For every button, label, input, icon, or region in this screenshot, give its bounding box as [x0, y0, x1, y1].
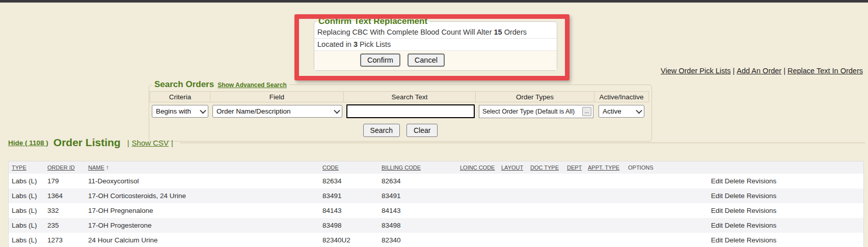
column-header-id[interactable]: ORDER ID [44, 164, 85, 171]
column-header-billing[interactable]: BILLING CODE [378, 164, 457, 171]
legend-divider-line [180, 143, 865, 143]
cell-billing: 83491 [378, 192, 457, 200]
table-row: Labs (L)33217-OH Pregnenalone8414384143E… [9, 203, 863, 218]
listing-body: Labs (L)17911-Deoxycortisol8263482634Edi… [9, 174, 863, 247]
cell-id: 332 [44, 207, 85, 214]
order-listing-table: TYPEORDER IDNAME↑CODEBILLING CODELOINC C… [8, 161, 864, 247]
cell-options[interactable]: Edit Delete Revisions [624, 236, 863, 244]
search-orders-panel: Search OrdersShow Advanced Search Criter… [149, 79, 652, 142]
column-header-dept[interactable]: DEPT [564, 164, 585, 171]
separator: | [171, 139, 173, 147]
column-header-code[interactable]: CODE [319, 164, 378, 171]
search-text-input[interactable] [346, 104, 475, 118]
active-inactive-header: Active/Inactive [594, 91, 649, 102]
hide-count-link[interactable]: Hide ( 1108 ) [8, 139, 48, 147]
table-row: Labs (L)23517-OH Progesterone8349883498E… [9, 218, 863, 233]
cell-name: 11-Deoxycortisol [85, 177, 319, 185]
active-inactive-select[interactable]: Active [599, 105, 644, 118]
cell-options[interactable]: Edit Delete Revisions [624, 222, 863, 229]
cell-billing: 82340 [378, 236, 457, 244]
chevron-down-icon [200, 107, 206, 114]
field-select[interactable]: Order Name/Description [212, 105, 342, 118]
cell-id: 1364 [44, 192, 85, 200]
search-controls-row: Begins with Order Name/Description Selec… [150, 102, 651, 121]
show-advanced-search-link[interactable]: Show Advanced Search [218, 81, 287, 89]
order-type-browse-button[interactable]: ... [582, 107, 591, 116]
column-header-options: OPTIONS [624, 164, 863, 171]
cell-name: 17-OH Pregnenalone [85, 207, 319, 214]
cell-id: 179 [44, 177, 85, 185]
cell-billing: 83498 [378, 222, 457, 229]
order-type-selector[interactable]: Select Order Type (Default is All) ... [479, 105, 593, 118]
top-dark-bar [0, 0, 868, 3]
column-header-name[interactable]: NAME↑ [85, 164, 319, 171]
criteria-select[interactable]: Begins with [152, 105, 208, 118]
link-separator: | [783, 67, 785, 75]
cell-options[interactable]: Edit Delete Revisions [624, 207, 863, 214]
column-header-appt[interactable]: APPT. TYPE [585, 164, 624, 171]
order-count: 15 [494, 28, 502, 36]
cell-code: 82340U2 [319, 236, 378, 244]
view-order-pick-lists-link[interactable]: View Order Pick Lists [661, 67, 731, 75]
table-row: Labs (L)136417-OH Corticosteroids, 24 Ur… [9, 188, 863, 203]
cell-code: 83491 [319, 192, 378, 200]
dialog-footer: Confirm Cancel [314, 51, 557, 70]
cell-code: 83498 [319, 222, 378, 229]
chevron-down-icon [636, 107, 642, 114]
chevron-down-icon [334, 107, 340, 114]
column-header-type[interactable]: TYPE [9, 164, 44, 171]
column-header-layout[interactable]: LAYOUT [498, 164, 527, 171]
search-header-row: Criteria Field Search Text Order Types A… [150, 91, 651, 102]
field-select-value: Order Name/Description [216, 107, 291, 115]
confirm-button[interactable]: Confirm [360, 53, 400, 67]
cell-type: Labs (L) [9, 207, 44, 214]
active-select-value: Active [603, 107, 621, 115]
cell-name: 24 Hour Calcium Urine [85, 236, 319, 244]
add-an-order-link[interactable]: Add An Order [737, 67, 781, 75]
confirm-text-replacement-dialog: Confirm Text Replacement Replacing CBC W… [314, 16, 557, 71]
dialog-title: Confirm Text Replacement [316, 16, 429, 26]
cell-type: Labs (L) [9, 222, 44, 229]
dialog-message-line2: Located in 3 Pick Lists [314, 39, 557, 51]
listing-header-row: TYPEORDER IDNAME↑CODEBILLING CODELOINC C… [9, 161, 863, 174]
table-row: Labs (L)127324 Hour Calcium Urine82340U2… [9, 233, 863, 247]
order-listing-title: Order Listing [53, 136, 121, 149]
message-text: Replacing CBC With Complete Blood Count … [317, 28, 494, 36]
criteria-select-value: Begins with [156, 107, 191, 115]
cell-code: 82634 [319, 177, 378, 185]
link-separator: | [733, 67, 735, 75]
cell-type: Labs (L) [9, 177, 44, 185]
criteria-header: Criteria [150, 91, 210, 102]
cell-name: 17-OH Progesterone [85, 222, 319, 229]
show-csv-link[interactable]: Show CSV [132, 139, 169, 147]
search-text-header: Search Text [343, 91, 476, 102]
cell-name: 17-OH Corticosteroids, 24 Urine [85, 192, 319, 200]
column-header-loinc[interactable]: LOINC CODE [457, 164, 498, 171]
field-header: Field [210, 91, 344, 102]
sort-ascending-icon: ↑ [106, 164, 109, 171]
cell-id: 1273 [44, 236, 85, 244]
message-text: Pick Lists [358, 40, 391, 48]
search-panel-legend: Search OrdersShow Advanced Search [152, 79, 289, 90]
cell-id: 235 [44, 222, 85, 229]
table-row: Labs (L)17911-Deoxycortisol8263482634Edi… [9, 174, 863, 188]
cell-billing: 84143 [378, 207, 457, 214]
order-type-value: Select Order Type (Default is All) [482, 108, 581, 115]
message-text: Located in [317, 40, 354, 48]
cell-code: 84143 [319, 207, 378, 214]
dialog-message-line1: Replacing CBC With Complete Blood Count … [314, 26, 557, 39]
order-listing-header: Hide ( 1108 ) Order Listing | Show CSV | [8, 134, 865, 151]
column-header-doctype[interactable]: DOC TYPE [527, 164, 564, 171]
replace-text-in-orders-link[interactable]: Replace Text In Orders [788, 67, 863, 75]
cell-type: Labs (L) [9, 236, 44, 244]
message-text: Orders [502, 28, 527, 36]
order-types-header: Order Types [475, 91, 594, 102]
pick-list-count: 3 [354, 40, 358, 48]
top-action-links: View Order Pick Lists|Add An Order|Repla… [661, 67, 863, 75]
cancel-button[interactable]: Cancel [408, 53, 445, 67]
search-orders-title: Search Orders [154, 79, 214, 89]
cell-options[interactable]: Edit Delete Revisions [624, 192, 863, 200]
cell-type: Labs (L) [9, 192, 44, 200]
cell-billing: 82634 [378, 177, 457, 185]
cell-options[interactable]: Edit Delete Revisions [624, 177, 863, 185]
